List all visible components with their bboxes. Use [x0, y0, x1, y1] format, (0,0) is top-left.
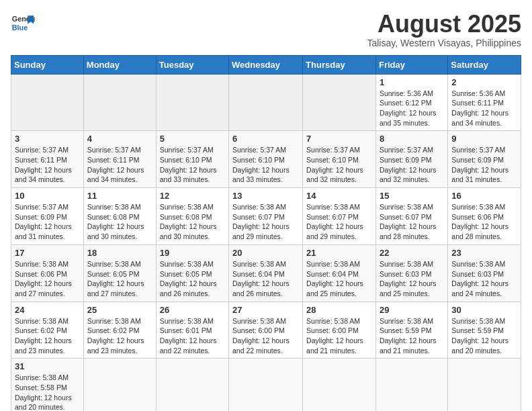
- logo: General Blue: [11, 11, 35, 35]
- day-number: 22: [380, 248, 444, 258]
- day-info: Sunrise: 5:38 AM Sunset: 5:59 PM Dayligh…: [451, 316, 517, 356]
- calendar-cell: 13Sunrise: 5:38 AM Sunset: 6:07 PM Dayli…: [229, 188, 303, 245]
- calendar-cell: 4Sunrise: 5:37 AM Sunset: 6:11 PM Daylig…: [83, 131, 156, 188]
- week-row-0: 1Sunrise: 5:36 AM Sunset: 6:12 PM Daylig…: [11, 74, 521, 131]
- day-number: 24: [15, 305, 80, 315]
- calendar-cell: [156, 74, 228, 131]
- header-row: Sunday Monday Tuesday Wednesday Thursday…: [11, 55, 521, 74]
- calendar-cell: 1Sunrise: 5:36 AM Sunset: 6:12 PM Daylig…: [375, 74, 447, 131]
- day-number: 2: [451, 77, 517, 87]
- day-number: 18: [87, 248, 152, 258]
- calendar-cell: 9Sunrise: 5:37 AM Sunset: 6:09 PM Daylig…: [448, 131, 521, 188]
- day-info: Sunrise: 5:38 AM Sunset: 6:06 PM Dayligh…: [451, 202, 517, 242]
- calendar-cell: 16Sunrise: 5:38 AM Sunset: 6:06 PM Dayli…: [448, 188, 521, 245]
- day-info: Sunrise: 5:37 AM Sunset: 6:10 PM Dayligh…: [306, 145, 372, 185]
- header: General Blue August 2025 Talisay, Wester…: [11, 11, 521, 48]
- day-number: 28: [306, 305, 372, 315]
- calendar-cell: 17Sunrise: 5:38 AM Sunset: 6:06 PM Dayli…: [11, 244, 84, 302]
- day-number: 6: [232, 134, 299, 144]
- calendar-cell: [448, 359, 521, 411]
- calendar-cell: 28Sunrise: 5:38 AM Sunset: 6:00 PM Dayli…: [303, 302, 376, 359]
- day-number: 17: [15, 248, 80, 258]
- week-row-5: 31Sunrise: 5:38 AM Sunset: 5:58 PM Dayli…: [11, 359, 521, 411]
- calendar-cell: 29Sunrise: 5:38 AM Sunset: 5:59 PM Dayli…: [375, 302, 447, 359]
- day-info: Sunrise: 5:38 AM Sunset: 5:59 PM Dayligh…: [380, 316, 444, 356]
- day-number: 8: [380, 134, 444, 144]
- day-number: 15: [380, 191, 444, 201]
- day-info: Sunrise: 5:38 AM Sunset: 6:06 PM Dayligh…: [15, 259, 80, 299]
- day-info: Sunrise: 5:37 AM Sunset: 6:10 PM Dayligh…: [232, 145, 299, 185]
- calendar-title: August 2025: [367, 11, 521, 38]
- day-info: Sunrise: 5:36 AM Sunset: 6:11 PM Dayligh…: [451, 89, 517, 128]
- calendar-cell: 26Sunrise: 5:38 AM Sunset: 6:01 PM Dayli…: [156, 302, 228, 359]
- col-monday: Monday: [83, 55, 156, 74]
- calendar-cell: [303, 74, 376, 131]
- day-info: Sunrise: 5:38 AM Sunset: 6:02 PM Dayligh…: [87, 316, 152, 356]
- day-number: 13: [232, 191, 299, 201]
- day-number: 12: [160, 191, 225, 201]
- day-info: Sunrise: 5:38 AM Sunset: 6:05 PM Dayligh…: [87, 259, 152, 299]
- col-sunday: Sunday: [11, 55, 84, 74]
- day-number: 25: [87, 305, 152, 315]
- calendar-cell: 6Sunrise: 5:37 AM Sunset: 6:10 PM Daylig…: [229, 131, 303, 188]
- calendar-cell: 5Sunrise: 5:37 AM Sunset: 6:10 PM Daylig…: [156, 131, 228, 188]
- calendar-cell: 8Sunrise: 5:37 AM Sunset: 6:09 PM Daylig…: [375, 131, 447, 188]
- day-info: Sunrise: 5:37 AM Sunset: 6:11 PM Dayligh…: [87, 145, 152, 185]
- day-info: Sunrise: 5:37 AM Sunset: 6:09 PM Dayligh…: [15, 202, 80, 242]
- calendar-cell: 15Sunrise: 5:38 AM Sunset: 6:07 PM Dayli…: [375, 188, 447, 245]
- calendar-cell: [11, 74, 84, 131]
- day-info: Sunrise: 5:37 AM Sunset: 6:10 PM Dayligh…: [160, 145, 225, 185]
- day-info: Sunrise: 5:38 AM Sunset: 6:08 PM Dayligh…: [160, 202, 225, 242]
- day-info: Sunrise: 5:38 AM Sunset: 6:02 PM Dayligh…: [15, 316, 80, 356]
- day-number: 26: [160, 305, 225, 315]
- calendar-table: Sunday Monday Tuesday Wednesday Thursday…: [11, 55, 521, 411]
- week-row-4: 24Sunrise: 5:38 AM Sunset: 6:02 PM Dayli…: [11, 302, 521, 359]
- calendar-cell: 19Sunrise: 5:38 AM Sunset: 6:05 PM Dayli…: [156, 244, 228, 302]
- col-tuesday: Tuesday: [156, 55, 228, 74]
- day-info: Sunrise: 5:38 AM Sunset: 6:07 PM Dayligh…: [232, 202, 299, 242]
- day-info: Sunrise: 5:38 AM Sunset: 6:07 PM Dayligh…: [380, 202, 444, 242]
- week-row-3: 17Sunrise: 5:38 AM Sunset: 6:06 PM Dayli…: [11, 244, 521, 302]
- day-number: 27: [232, 305, 299, 315]
- day-number: 30: [451, 305, 517, 315]
- svg-text:Blue: Blue: [12, 24, 28, 32]
- day-info: Sunrise: 5:38 AM Sunset: 6:00 PM Dayligh…: [232, 316, 299, 356]
- calendar-body: 1Sunrise: 5:36 AM Sunset: 6:12 PM Daylig…: [11, 74, 521, 411]
- col-friday: Friday: [375, 55, 447, 74]
- day-info: Sunrise: 5:37 AM Sunset: 6:09 PM Dayligh…: [380, 145, 444, 185]
- calendar-cell: [83, 359, 156, 411]
- calendar-cell: 20Sunrise: 5:38 AM Sunset: 6:04 PM Dayli…: [229, 244, 303, 302]
- day-info: Sunrise: 5:38 AM Sunset: 6:05 PM Dayligh…: [160, 259, 225, 299]
- day-number: 3: [15, 134, 80, 144]
- calendar-cell: 21Sunrise: 5:38 AM Sunset: 6:04 PM Dayli…: [303, 244, 376, 302]
- col-wednesday: Wednesday: [229, 55, 303, 74]
- calendar-cell: 14Sunrise: 5:38 AM Sunset: 6:07 PM Dayli…: [303, 188, 376, 245]
- day-number: 11: [87, 191, 152, 201]
- day-info: Sunrise: 5:38 AM Sunset: 6:04 PM Dayligh…: [232, 259, 299, 299]
- day-info: Sunrise: 5:38 AM Sunset: 6:01 PM Dayligh…: [160, 316, 225, 356]
- week-row-1: 3Sunrise: 5:37 AM Sunset: 6:11 PM Daylig…: [11, 131, 521, 188]
- calendar-cell: 27Sunrise: 5:38 AM Sunset: 6:00 PM Dayli…: [229, 302, 303, 359]
- week-row-2: 10Sunrise: 5:37 AM Sunset: 6:09 PM Dayli…: [11, 188, 521, 245]
- day-number: 7: [306, 134, 372, 144]
- calendar-header: Sunday Monday Tuesday Wednesday Thursday…: [11, 55, 521, 74]
- calendar-cell: 2Sunrise: 5:36 AM Sunset: 6:11 PM Daylig…: [448, 74, 521, 131]
- day-number: 14: [306, 191, 372, 201]
- day-number: 31: [15, 361, 80, 371]
- calendar-cell: 24Sunrise: 5:38 AM Sunset: 6:02 PM Dayli…: [11, 302, 84, 359]
- calendar-cell: [375, 359, 447, 411]
- day-number: 1: [380, 77, 444, 87]
- calendar-cell: 12Sunrise: 5:38 AM Sunset: 6:08 PM Dayli…: [156, 188, 228, 245]
- day-info: Sunrise: 5:37 AM Sunset: 6:09 PM Dayligh…: [451, 145, 517, 185]
- day-number: 21: [306, 248, 372, 258]
- day-info: Sunrise: 5:38 AM Sunset: 5:58 PM Dayligh…: [15, 373, 80, 411]
- day-number: 4: [87, 134, 152, 144]
- calendar-cell: [229, 359, 303, 411]
- calendar-cell: 30Sunrise: 5:38 AM Sunset: 5:59 PM Dayli…: [448, 302, 521, 359]
- day-info: Sunrise: 5:38 AM Sunset: 6:03 PM Dayligh…: [380, 259, 444, 299]
- calendar-cell: 31Sunrise: 5:38 AM Sunset: 5:58 PM Dayli…: [11, 359, 84, 411]
- day-info: Sunrise: 5:38 AM Sunset: 6:08 PM Dayligh…: [87, 202, 152, 242]
- calendar-cell: 3Sunrise: 5:37 AM Sunset: 6:11 PM Daylig…: [11, 131, 84, 188]
- day-number: 5: [160, 134, 225, 144]
- day-number: 9: [451, 134, 517, 144]
